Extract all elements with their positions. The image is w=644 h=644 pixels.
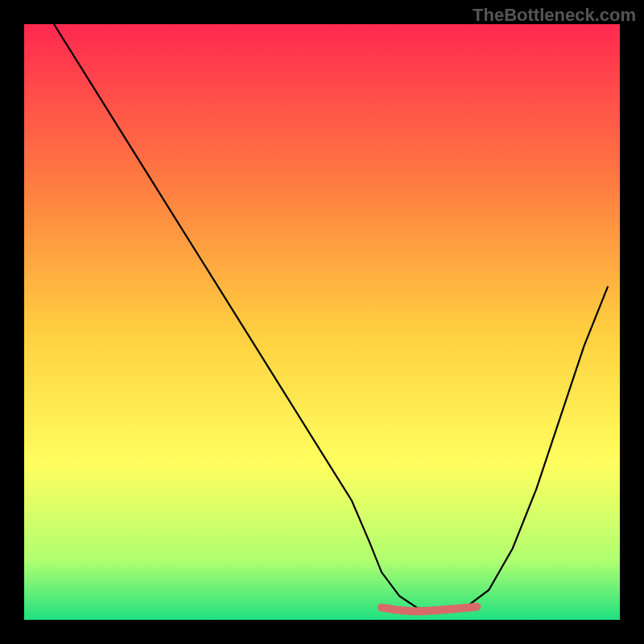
plot-background — [24, 24, 620, 620]
watermark-text: TheBottleneck.com — [473, 5, 636, 26]
bottleneck-chart — [0, 0, 644, 644]
chart-container: TheBottleneck.com — [0, 0, 644, 644]
optimal-range-highlight — [382, 607, 477, 612]
